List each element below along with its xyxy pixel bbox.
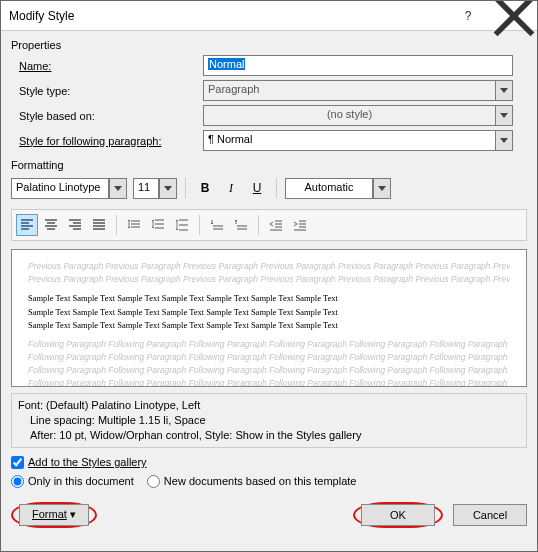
preview-sample-text: Sample Text Sample Text Sample Text Samp… bbox=[28, 306, 510, 319]
decrease-indent-button[interactable] bbox=[265, 214, 287, 236]
desc-line2: Line spacing: Multiple 1.15 li, Space bbox=[18, 413, 520, 428]
separator bbox=[258, 215, 259, 235]
close-button[interactable] bbox=[491, 1, 537, 31]
preview-pane: Previous Paragraph Previous Paragraph Pr… bbox=[11, 249, 527, 387]
align-center-button[interactable] bbox=[40, 214, 62, 236]
name-field[interactable]: Normal bbox=[203, 55, 513, 76]
format-button[interactable]: Format ▾ bbox=[19, 504, 89, 526]
preview-next-paragraph: Following Paragraph Following Paragraph … bbox=[28, 377, 510, 387]
align-justify-button[interactable] bbox=[88, 214, 110, 236]
preview-next-paragraph: Following Paragraph Following Paragraph … bbox=[28, 351, 510, 364]
formatting-heading: Formatting bbox=[11, 159, 527, 171]
help-button[interactable]: ? bbox=[445, 1, 491, 31]
font-name-dropdown[interactable] bbox=[109, 178, 127, 199]
bold-button[interactable]: B bbox=[194, 177, 216, 199]
style-type-label: Style type: bbox=[11, 85, 203, 97]
separator bbox=[276, 178, 277, 198]
style-type-dropdown[interactable] bbox=[495, 80, 513, 101]
window-title: Modify Style bbox=[1, 9, 445, 23]
align-toolbar bbox=[11, 209, 527, 241]
ok-button[interactable]: OK bbox=[361, 504, 435, 526]
spacing-onehalf-button[interactable] bbox=[147, 214, 169, 236]
font-size-field[interactable]: 11 bbox=[133, 178, 159, 199]
preview-sample-text: Sample Text Sample Text Sample Text Samp… bbox=[28, 319, 510, 332]
format-toolbar: Palatino Linotype 11 B I U Automatic bbox=[11, 177, 527, 199]
ok-highlight: OK bbox=[353, 502, 443, 528]
style-based-field: (no style) bbox=[203, 105, 495, 126]
style-based-label: Style based on: bbox=[11, 110, 203, 122]
desc-line1: Font: (Default) Palatino Linotype, Left bbox=[18, 398, 520, 413]
following-field[interactable]: ¶ Normal bbox=[203, 130, 495, 151]
preview-next-paragraph: Following Paragraph Following Paragraph … bbox=[28, 364, 510, 377]
desc-line3: After: 10 pt, Widow/Orphan control, Styl… bbox=[18, 428, 520, 443]
spacing-double-button[interactable] bbox=[171, 214, 193, 236]
font-color-dropdown[interactable] bbox=[373, 178, 391, 199]
preview-next-paragraph: Following Paragraph Following Paragraph … bbox=[28, 338, 510, 351]
align-right-button[interactable] bbox=[64, 214, 86, 236]
add-gallery-checkbox[interactable]: Add to the Styles gallery bbox=[11, 456, 147, 469]
style-based-dropdown[interactable] bbox=[495, 105, 513, 126]
font-name-field[interactable]: Palatino Linotype bbox=[11, 178, 109, 199]
space-before-inc-button[interactable] bbox=[206, 214, 228, 236]
spacing-single-button[interactable] bbox=[123, 214, 145, 236]
space-before-dec-button[interactable] bbox=[230, 214, 252, 236]
only-document-radio[interactable]: Only in this document bbox=[11, 475, 134, 488]
chevron-down-icon: ▾ bbox=[70, 508, 76, 520]
new-documents-radio[interactable]: New documents based on this template bbox=[147, 475, 357, 488]
preview-prev-paragraph: Previous Paragraph Previous Paragraph Pr… bbox=[28, 273, 510, 286]
dialog-body: Properties Name: Normal Style type: Para… bbox=[1, 31, 537, 536]
name-label: Name: bbox=[11, 60, 203, 72]
font-size-dropdown[interactable] bbox=[159, 178, 177, 199]
cancel-button[interactable]: Cancel bbox=[453, 504, 527, 526]
following-dropdown[interactable] bbox=[495, 130, 513, 151]
separator bbox=[199, 215, 200, 235]
style-type-field: Paragraph bbox=[203, 80, 495, 101]
italic-button[interactable]: I bbox=[220, 177, 242, 199]
properties-heading: Properties bbox=[11, 39, 527, 51]
style-description: Font: (Default) Palatino Linotype, Left … bbox=[11, 393, 527, 448]
separator bbox=[185, 178, 186, 198]
font-color-field[interactable]: Automatic bbox=[285, 178, 373, 199]
underline-button[interactable]: U bbox=[246, 177, 268, 199]
preview-sample-text: Sample Text Sample Text Sample Text Samp… bbox=[28, 292, 510, 305]
titlebar: Modify Style ? bbox=[1, 1, 537, 31]
separator bbox=[116, 215, 117, 235]
format-highlight: Format ▾ bbox=[11, 502, 97, 528]
increase-indent-button[interactable] bbox=[289, 214, 311, 236]
align-left-button[interactable] bbox=[16, 214, 38, 236]
following-label: Style for following paragraph: bbox=[11, 135, 203, 147]
preview-prev-paragraph: Previous Paragraph Previous Paragraph Pr… bbox=[28, 260, 510, 273]
